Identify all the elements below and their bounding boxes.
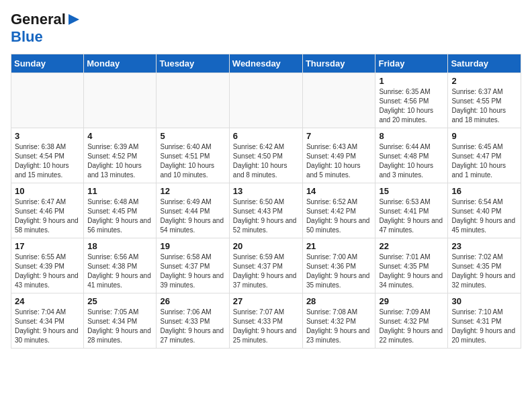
calendar-day-cell: 26Sunrise: 7:06 AM Sunset: 4:33 PM Dayli… [157, 293, 229, 349]
calendar-week-row: 10Sunrise: 6:47 AM Sunset: 4:46 PM Dayli… [11, 183, 521, 238]
day-number: 5 [160, 131, 225, 141]
day-number: 14 [306, 186, 372, 196]
day-info: Sunrise: 6:58 AM Sunset: 4:37 PM Dayligh… [160, 253, 225, 290]
calendar-header-row: SundayMondayTuesdayWednesdayThursdayFrid… [11, 54, 521, 73]
day-number: 21 [306, 241, 372, 251]
day-info: Sunrise: 6:59 AM Sunset: 4:37 PM Dayligh… [233, 253, 299, 290]
logo-arrow-icon [67, 13, 81, 26]
day-number: 10 [15, 186, 80, 196]
day-number: 22 [379, 241, 444, 251]
calendar-day-cell: 11Sunrise: 6:48 AM Sunset: 4:45 PM Dayli… [84, 183, 157, 238]
calendar-day-cell: 27Sunrise: 7:07 AM Sunset: 4:33 PM Dayli… [229, 293, 302, 349]
calendar-day-cell: 10Sunrise: 6:47 AM Sunset: 4:46 PM Dayli… [11, 183, 84, 238]
day-number: 2 [451, 76, 517, 86]
day-info: Sunrise: 6:49 AM Sunset: 4:44 PM Dayligh… [160, 197, 225, 235]
day-info: Sunrise: 6:39 AM Sunset: 4:52 PM Dayligh… [87, 142, 152, 180]
calendar-day-cell: 19Sunrise: 6:58 AM Sunset: 4:37 PM Dayli… [157, 238, 229, 293]
logo: General Blue [11, 11, 81, 46]
calendar-day-cell: 18Sunrise: 6:56 AM Sunset: 4:38 PM Dayli… [84, 238, 157, 293]
day-number: 18 [87, 241, 152, 251]
day-number: 20 [233, 241, 299, 251]
day-number: 23 [451, 241, 517, 251]
calendar-day-cell: 13Sunrise: 6:50 AM Sunset: 4:43 PM Dayli… [229, 183, 302, 238]
day-number: 4 [87, 131, 152, 141]
calendar-week-row: 17Sunrise: 6:55 AM Sunset: 4:39 PM Dayli… [11, 238, 521, 293]
day-of-week-header: Sunday [11, 54, 84, 73]
day-number: 11 [87, 186, 152, 196]
calendar-day-cell: 5Sunrise: 6:40 AM Sunset: 4:51 PM Daylig… [157, 128, 229, 183]
day-info: Sunrise: 6:42 AM Sunset: 4:50 PM Dayligh… [233, 142, 299, 180]
logo-text-general: General [11, 11, 66, 28]
day-info: Sunrise: 7:05 AM Sunset: 4:34 PM Dayligh… [87, 308, 152, 345]
day-of-week-header: Thursday [302, 54, 375, 73]
calendar-day-cell: 14Sunrise: 6:52 AM Sunset: 4:42 PM Dayli… [302, 183, 375, 238]
day-info: Sunrise: 7:10 AM Sunset: 4:31 PM Dayligh… [451, 308, 517, 345]
day-number: 24 [15, 296, 80, 306]
calendar-day-cell: 29Sunrise: 7:09 AM Sunset: 4:32 PM Dayli… [375, 293, 448, 349]
calendar-day-cell: 28Sunrise: 7:08 AM Sunset: 4:32 PM Dayli… [302, 293, 375, 349]
day-info: Sunrise: 7:00 AM Sunset: 4:36 PM Dayligh… [306, 253, 372, 290]
day-info: Sunrise: 6:43 AM Sunset: 4:49 PM Dayligh… [306, 142, 372, 180]
calendar-day-cell [84, 73, 157, 128]
page-header: General Blue [11, 11, 521, 46]
day-info: Sunrise: 7:07 AM Sunset: 4:33 PM Dayligh… [233, 308, 299, 345]
day-info: Sunrise: 6:40 AM Sunset: 4:51 PM Dayligh… [160, 142, 225, 180]
calendar-day-cell: 15Sunrise: 6:53 AM Sunset: 4:41 PM Dayli… [375, 183, 448, 238]
calendar-day-cell: 23Sunrise: 7:02 AM Sunset: 4:35 PM Dayli… [448, 238, 521, 293]
day-of-week-header: Saturday [448, 54, 521, 73]
day-of-week-header: Tuesday [157, 54, 229, 73]
calendar-day-cell: 7Sunrise: 6:43 AM Sunset: 4:49 PM Daylig… [302, 128, 375, 183]
svg-marker-0 [69, 14, 79, 25]
day-info: Sunrise: 7:02 AM Sunset: 4:35 PM Dayligh… [451, 253, 517, 290]
calendar-day-cell: 20Sunrise: 6:59 AM Sunset: 4:37 PM Dayli… [229, 238, 302, 293]
day-number: 16 [451, 186, 517, 196]
day-info: Sunrise: 6:44 AM Sunset: 4:48 PM Dayligh… [379, 142, 444, 180]
day-number: 1 [379, 76, 444, 86]
calendar-day-cell: 25Sunrise: 7:05 AM Sunset: 4:34 PM Dayli… [84, 293, 157, 349]
day-info: Sunrise: 6:45 AM Sunset: 4:47 PM Dayligh… [451, 142, 517, 180]
calendar-day-cell: 1Sunrise: 6:35 AM Sunset: 4:56 PM Daylig… [375, 73, 448, 128]
calendar-week-row: 24Sunrise: 7:04 AM Sunset: 4:34 PM Dayli… [11, 293, 521, 349]
day-of-week-header: Monday [84, 54, 157, 73]
day-info: Sunrise: 7:09 AM Sunset: 4:32 PM Dayligh… [379, 308, 444, 345]
calendar-day-cell: 3Sunrise: 6:38 AM Sunset: 4:54 PM Daylig… [11, 128, 84, 183]
calendar-day-cell: 17Sunrise: 6:55 AM Sunset: 4:39 PM Dayli… [11, 238, 84, 293]
day-info: Sunrise: 6:47 AM Sunset: 4:46 PM Dayligh… [15, 197, 80, 235]
calendar-day-cell: 4Sunrise: 6:39 AM Sunset: 4:52 PM Daylig… [84, 128, 157, 183]
day-info: Sunrise: 7:04 AM Sunset: 4:34 PM Dayligh… [15, 308, 80, 345]
calendar-day-cell: 6Sunrise: 6:42 AM Sunset: 4:50 PM Daylig… [229, 128, 302, 183]
calendar-day-cell: 9Sunrise: 6:45 AM Sunset: 4:47 PM Daylig… [448, 128, 521, 183]
day-info: Sunrise: 6:54 AM Sunset: 4:40 PM Dayligh… [451, 197, 517, 235]
calendar-week-row: 3Sunrise: 6:38 AM Sunset: 4:54 PM Daylig… [11, 128, 521, 183]
day-number: 25 [87, 296, 152, 306]
day-of-week-header: Friday [375, 54, 448, 73]
day-number: 12 [160, 186, 225, 196]
calendar-day-cell: 8Sunrise: 6:44 AM Sunset: 4:48 PM Daylig… [375, 128, 448, 183]
day-number: 13 [233, 186, 299, 196]
calendar-day-cell: 21Sunrise: 7:00 AM Sunset: 4:36 PM Dayli… [302, 238, 375, 293]
calendar-week-row: 1Sunrise: 6:35 AM Sunset: 4:56 PM Daylig… [11, 73, 521, 128]
day-info: Sunrise: 6:53 AM Sunset: 4:41 PM Dayligh… [379, 197, 444, 235]
day-info: Sunrise: 6:38 AM Sunset: 4:54 PM Dayligh… [15, 142, 80, 180]
day-info: Sunrise: 6:55 AM Sunset: 4:39 PM Dayligh… [15, 253, 80, 290]
day-number: 7 [306, 131, 372, 141]
day-number: 15 [379, 186, 444, 196]
day-number: 29 [379, 296, 444, 306]
day-number: 26 [160, 296, 225, 306]
calendar-day-cell: 2Sunrise: 6:37 AM Sunset: 4:55 PM Daylig… [448, 73, 521, 128]
day-info: Sunrise: 7:01 AM Sunset: 4:35 PM Dayligh… [379, 253, 444, 290]
day-number: 3 [15, 131, 80, 141]
day-number: 6 [233, 131, 299, 141]
day-number: 19 [160, 241, 225, 251]
day-number: 27 [233, 296, 299, 306]
calendar-day-cell: 16Sunrise: 6:54 AM Sunset: 4:40 PM Dayli… [448, 183, 521, 238]
calendar-table: SundayMondayTuesdayWednesdayThursdayFrid… [11, 54, 521, 349]
calendar-day-cell [157, 73, 229, 128]
day-number: 28 [306, 296, 372, 306]
day-number: 8 [379, 131, 444, 141]
day-info: Sunrise: 6:37 AM Sunset: 4:55 PM Dayligh… [451, 87, 517, 125]
day-info: Sunrise: 7:08 AM Sunset: 4:32 PM Dayligh… [306, 308, 372, 345]
logo-text-blue: Blue [11, 28, 43, 45]
day-info: Sunrise: 7:06 AM Sunset: 4:33 PM Dayligh… [160, 308, 225, 345]
day-info: Sunrise: 6:35 AM Sunset: 4:56 PM Dayligh… [379, 87, 444, 125]
